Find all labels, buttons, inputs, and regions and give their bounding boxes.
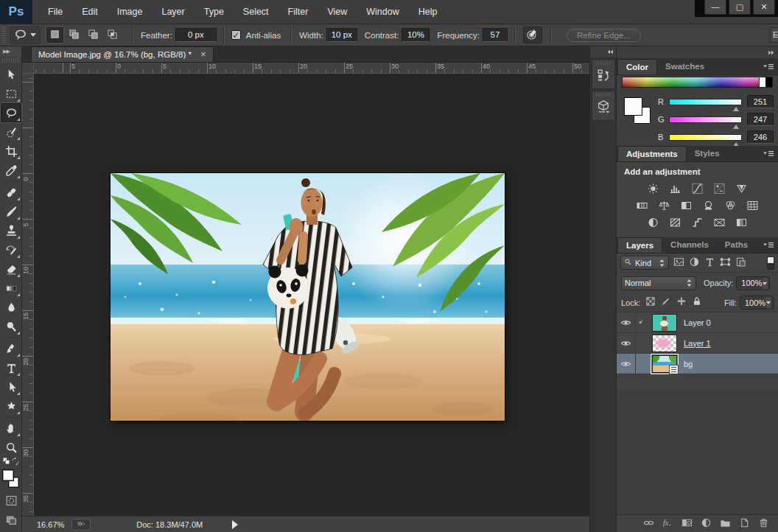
- opacity-dropdown[interactable]: 100%: [736, 276, 770, 290]
- menu-filter[interactable]: Filter: [278, 0, 318, 24]
- minimize-button[interactable]: —: [704, 0, 726, 15]
- layer-name[interactable]: Layer 1: [684, 339, 711, 348]
- blur-tool[interactable]: [1, 298, 21, 317]
- panel-menu-icon[interactable]: [763, 150, 776, 158]
- menu-edit[interactable]: Edit: [72, 0, 108, 24]
- vibrance-icon[interactable]: [734, 182, 750, 195]
- panel-menu-icon[interactable]: [763, 63, 776, 71]
- tab-paths[interactable]: Paths: [717, 237, 756, 253]
- tool-preset-picker[interactable]: [10, 27, 41, 44]
- contrast-input[interactable]: 10%: [402, 28, 430, 42]
- gradient-tool[interactable]: [1, 279, 21, 298]
- spot-healing-brush-tool[interactable]: [1, 183, 21, 202]
- pen-tool[interactable]: [1, 339, 21, 358]
- 3d-panel-button[interactable]: [592, 91, 615, 121]
- tab-layers[interactable]: Layers: [617, 237, 662, 253]
- lock-pixels-icon[interactable]: [661, 296, 671, 309]
- custom-shape-tool[interactable]: [1, 396, 21, 416]
- link-layers-button[interactable]: [643, 517, 654, 531]
- ruler-corner[interactable]: [22, 63, 34, 74]
- color-balance-icon[interactable]: [656, 199, 673, 212]
- swap-colors-icon[interactable]: [11, 457, 20, 468]
- menu-help[interactable]: Help: [409, 0, 447, 24]
- eraser-tool[interactable]: [1, 259, 21, 279]
- green-value-field[interactable]: 247: [747, 113, 774, 126]
- menu-select[interactable]: Select: [234, 0, 278, 24]
- color-panel-swatches[interactable]: [624, 97, 653, 127]
- collapse-tools-icon[interactable]: ▶▶: [0, 46, 21, 57]
- history-brush-tool[interactable]: [1, 240, 21, 259]
- canvas-image[interactable]: [111, 173, 505, 421]
- brightness-contrast-icon[interactable]: [645, 182, 662, 195]
- options-grip[interactable]: [1, 27, 6, 44]
- tab-styles[interactable]: Styles: [687, 146, 728, 161]
- photo-filter-icon[interactable]: [701, 199, 717, 212]
- width-input[interactable]: 10 px: [326, 28, 357, 42]
- selective-color-icon[interactable]: [734, 216, 750, 229]
- path-selection-tool[interactable]: [1, 377, 21, 396]
- close-button[interactable]: ✕: [753, 0, 775, 15]
- color-lookup-icon[interactable]: [745, 199, 761, 212]
- lock-transparency-icon[interactable]: [645, 296, 656, 309]
- layer-row[interactable]: bg: [617, 354, 778, 374]
- layer-visibility-toggle[interactable]: [617, 354, 636, 374]
- close-tab-icon[interactable]: ×: [200, 51, 206, 58]
- slider-thumb[interactable]: [733, 122, 739, 129]
- blue-slider[interactable]: [669, 134, 742, 141]
- clone-stamp-tool[interactable]: [1, 221, 21, 240]
- slider-thumb[interactable]: [733, 139, 739, 147]
- expand-panels-icon[interactable]: [606, 49, 614, 55]
- layer-name[interactable]: Layer 0: [684, 318, 711, 327]
- filter-smart-icon[interactable]: [735, 256, 746, 270]
- maximize-button[interactable]: ▢: [729, 0, 751, 15]
- tab-adjustments[interactable]: Adjustments: [617, 146, 687, 161]
- foreground-color-swatch[interactable]: [624, 97, 642, 116]
- layer-name[interactable]: bg: [684, 360, 693, 368]
- default-colors-icon[interactable]: [2, 457, 11, 468]
- eyedropper-tool[interactable]: [1, 161, 21, 180]
- layer-thumbnail[interactable]: [652, 314, 677, 332]
- history-panel-button[interactable]: [592, 59, 615, 89]
- magnetic-lasso-tool[interactable]: [1, 103, 21, 122]
- canvas-pasteboard[interactable]: [34, 74, 589, 516]
- new-adjustment-button[interactable]: [701, 517, 712, 531]
- layer-row[interactable]: Layer 0: [617, 312, 778, 333]
- move-tool[interactable]: [1, 65, 21, 84]
- white-swatch[interactable]: [759, 77, 765, 87]
- chevron-down-icon[interactable]: [765, 297, 771, 308]
- menu-window[interactable]: Window: [357, 0, 408, 24]
- zoom-tool[interactable]: [1, 438, 21, 457]
- lock-position-icon[interactable]: [676, 296, 687, 309]
- dodge-tool[interactable]: [1, 317, 21, 336]
- black-white-icon[interactable]: [679, 199, 695, 212]
- hue-saturation-icon[interactable]: [634, 199, 651, 212]
- foreground-background-swatches[interactable]: [1, 469, 21, 491]
- workspace-switcher-clipped[interactable]: E: [770, 27, 778, 43]
- filter-type-icon[interactable]: [704, 256, 715, 270]
- chevron-down-icon[interactable]: [763, 278, 768, 289]
- filter-pixel-icon[interactable]: [673, 256, 684, 270]
- color-spectrum-ramp[interactable]: [622, 77, 773, 88]
- black-swatch[interactable]: [765, 77, 772, 87]
- gradient-map-icon[interactable]: [712, 216, 728, 229]
- blend-mode-dropdown[interactable]: Normal: [621, 276, 696, 290]
- layer-thumbnail[interactable]: [652, 355, 677, 373]
- status-flyout-arrow-icon[interactable]: [232, 520, 242, 529]
- layer-visibility-toggle[interactable]: [617, 333, 636, 353]
- red-value-field[interactable]: 251: [747, 95, 774, 108]
- new-group-button[interactable]: [720, 517, 731, 531]
- collapse-panels-icon[interactable]: [768, 49, 775, 56]
- curves-icon[interactable]: [690, 182, 706, 195]
- quick-selection-tool[interactable]: [1, 122, 21, 141]
- posterize-icon[interactable]: [667, 216, 684, 229]
- layer-row[interactable]: Layer 1: [617, 333, 778, 354]
- red-slider[interactable]: [669, 99, 742, 105]
- screen-mode-button[interactable]: [1, 511, 21, 531]
- hand-tool[interactable]: [1, 419, 21, 438]
- threshold-icon[interactable]: [690, 216, 706, 229]
- menu-layer[interactable]: Layer: [152, 0, 194, 24]
- refine-edge-button[interactable]: Refine Edge...: [567, 29, 641, 42]
- horizontal-ruler[interactable]: 505101520253035404550: [34, 63, 589, 74]
- add-mask-button[interactable]: [681, 517, 693, 531]
- filter-adjustment-icon[interactable]: [689, 256, 700, 270]
